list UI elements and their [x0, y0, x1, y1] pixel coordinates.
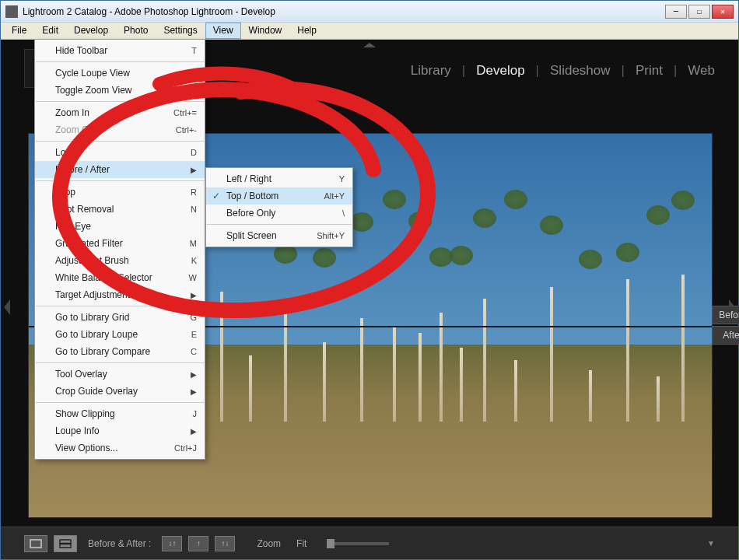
app-icon — [5, 5, 18, 18]
menu-separator — [36, 402, 204, 403]
menu-item-crop-guide-overlay[interactable]: Crop Guide Overlay▶ — [35, 383, 205, 400]
menu-item-red-eye[interactable]: Red Eye — [35, 218, 205, 235]
zoom-value[interactable]: Fit — [296, 538, 306, 549]
toolbar-options-icon[interactable]: ▼ — [707, 539, 715, 548]
menu-item-label: Go to Library Loupe — [55, 329, 138, 340]
menu-item-show-clipping[interactable]: Show ClippingJ — [35, 405, 205, 422]
copy-after-to-before-button[interactable]: ↑ — [188, 536, 208, 551]
module-web[interactable]: Web — [688, 63, 715, 79]
menu-item-zoom-out: Zoom OutCtrl+- — [35, 121, 205, 138]
menu-item-toggle-zoom-view[interactable]: Toggle Zoom ViewZ — [35, 82, 205, 99]
menu-shortcut: Ctrl+J — [174, 443, 197, 453]
window-title: Lightroom 2 Catalog - Adobe Photoshop Li… — [23, 6, 665, 17]
menu-shortcut: Ctrl+- — [176, 125, 197, 135]
menu-item-label: Spot Removal — [55, 204, 114, 215]
menu-separator — [36, 61, 204, 62]
menu-file[interactable]: File — [4, 23, 34, 39]
menu-shortcut: T — [191, 46, 197, 55]
menu-item-spot-removal[interactable]: Spot RemovalN — [35, 201, 205, 218]
menu-shortcut: N — [191, 205, 197, 214]
module-print[interactable]: Print — [636, 63, 663, 79]
menu-item-before-after[interactable]: Before / After▶ — [35, 161, 205, 178]
menu-shortcut: K — [191, 256, 197, 265]
menubar: FileEditDevelopPhotoSettingsViewWindowHe… — [1, 23, 738, 40]
zoom-slider[interactable] — [327, 542, 389, 545]
submenu-item-split-screen[interactable]: Split ScreenShift+Y — [206, 227, 352, 244]
module-separator: | — [462, 63, 465, 79]
menu-shortcut: Y — [339, 174, 345, 184]
menu-shortcut: Alt+Y — [324, 191, 345, 201]
menu-item-label: White Balance Selector — [55, 272, 152, 283]
maximize-button[interactable]: ☐ — [688, 5, 710, 19]
module-separator: | — [622, 63, 625, 79]
submenu-arrow-icon: ▶ — [191, 370, 197, 379]
menu-item-loupe-info[interactable]: Loupe Info▶ — [35, 422, 205, 439]
submenu-item-left-right[interactable]: Left / RightY — [206, 170, 352, 187]
menu-item-go-to-library-loupe[interactable]: Go to Library LoupeE — [35, 326, 205, 343]
submenu-arrow-icon: ▶ — [191, 387, 197, 396]
menu-item-label: Zoom In — [55, 107, 89, 118]
menu-window[interactable]: Window — [241, 23, 290, 39]
svg-rect-1 — [60, 540, 71, 544]
menu-item-crop[interactable]: CropR — [35, 184, 205, 201]
menu-item-view-options[interactable]: View Options...Ctrl+J — [35, 439, 205, 457]
menu-shortcut: \ — [342, 208, 345, 218]
swap-before-after-button[interactable]: ↑↓ — [215, 536, 235, 551]
menu-item-label: Top / Bottom — [226, 191, 278, 201]
close-button[interactable]: ✕ — [712, 5, 734, 19]
menu-item-label: Show Clipping — [55, 408, 115, 419]
submenu-item-top-bottom[interactable]: ✓Top / BottomAlt+Y — [206, 187, 352, 205]
menu-shortcut: G — [190, 313, 197, 322]
svg-rect-2 — [60, 544, 71, 548]
menu-item-adjustment-brush[interactable]: Adjustment BrushK — [35, 252, 205, 269]
menu-item-label: Go to Library Compare — [55, 346, 150, 357]
submenu-arrow-icon: ▶ — [191, 291, 197, 299]
menu-item-label: Hide Toolbar — [55, 45, 107, 56]
copy-before-to-after-button[interactable]: ↓↑ — [162, 536, 182, 551]
menu-item-target-adjustment[interactable]: Target Adjustment▶ — [35, 286, 205, 303]
menu-item-label: Toggle Zoom View — [55, 85, 132, 96]
menu-item-tool-overlay[interactable]: Tool Overlay▶ — [35, 366, 205, 383]
menu-item-graduated-filter[interactable]: Graduated FilterM — [35, 235, 205, 252]
menu-help[interactable]: Help — [289, 23, 324, 39]
menu-develop[interactable]: Develop — [66, 23, 116, 39]
menu-item-cycle-loupe-view[interactable]: Cycle Loupe View — [35, 65, 205, 82]
menu-item-zoom-in[interactable]: Zoom InCtrl+= — [35, 104, 205, 121]
before-after-submenu: Left / RightY✓Top / BottomAlt+YBefore On… — [205, 167, 353, 247]
before-after-view-button[interactable] — [54, 535, 77, 552]
menu-photo[interactable]: Photo — [116, 23, 156, 39]
menu-separator — [36, 180, 204, 181]
menu-shortcut: Shift+Y — [317, 231, 345, 240]
menu-item-label: Left / Right — [226, 173, 271, 184]
collapse-left-panel-icon[interactable] — [4, 299, 10, 315]
menu-item-label: Crop — [55, 187, 75, 198]
module-separator: | — [536, 63, 539, 79]
expand-top-panel-icon[interactable] — [363, 43, 376, 47]
module-library[interactable]: Library — [411, 63, 451, 79]
menu-item-white-balance-selector[interactable]: White Balance SelectorW — [35, 269, 205, 286]
menu-item-label: Before Only — [226, 208, 275, 219]
menu-item-label: View Options... — [55, 443, 117, 453]
view-menu-dropdown: Hide ToolbarTCycle Loupe ViewToggle Zoom… — [34, 39, 205, 460]
menu-item-go-to-library-grid[interactable]: Go to Library GridG — [35, 309, 205, 326]
module-slideshow[interactable]: Slideshow — [550, 63, 611, 79]
window-controls: ─ ☐ ✕ — [665, 5, 734, 19]
menu-shortcut: J — [193, 409, 198, 418]
menu-item-go-to-library-compare[interactable]: Go to Library CompareC — [35, 343, 205, 360]
loupe-view-button[interactable] — [24, 535, 47, 552]
menu-item-label: Cycle Loupe View — [55, 68, 130, 79]
minimize-button[interactable]: ─ — [665, 5, 687, 19]
menu-item-hide-toolbar[interactable]: Hide ToolbarT — [35, 42, 205, 59]
menu-view[interactable]: View — [205, 23, 241, 39]
menu-settings[interactable]: Settings — [156, 23, 205, 39]
develop-toolbar: Before & After : ↓↑ ↑ ↑↓ Zoom Fit ▼ — [1, 527, 738, 559]
submenu-item-before-only[interactable]: Before Only\ — [206, 205, 352, 222]
menu-item-loupe[interactable]: LoupeD — [35, 144, 205, 161]
module-develop[interactable]: Develop — [476, 63, 524, 79]
menu-item-label: Zoom Out — [55, 124, 96, 135]
menu-item-label: Target Adjustment — [55, 289, 130, 300]
menu-separator — [36, 362, 204, 363]
menu-item-label: Loupe — [55, 147, 81, 158]
menu-item-label: Graduated Filter — [55, 238, 123, 249]
menu-edit[interactable]: Edit — [34, 23, 66, 39]
